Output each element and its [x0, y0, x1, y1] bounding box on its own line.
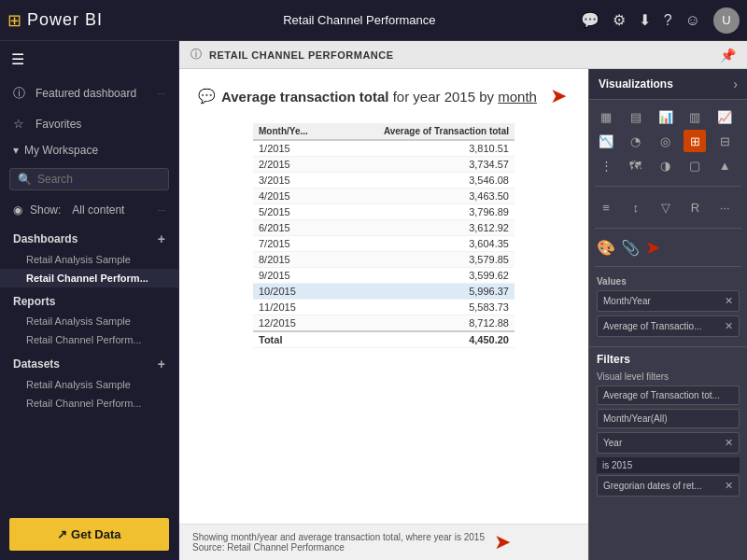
layout: ☰ ⓘ Featured dashboard ··· ☆ Favorites ▾…: [0, 41, 747, 560]
workspace-toggle[interactable]: ▾ My Workspace: [0, 138, 178, 162]
cell-value: 3,796.89: [333, 204, 514, 220]
remove-field1-button[interactable]: ✕: [725, 295, 733, 307]
stacked-bar-icon[interactable]: ▤: [625, 105, 647, 128]
filter-month-year[interactable]: Month/Year(All): [597, 409, 740, 428]
card-icon[interactable]: ▢: [684, 154, 706, 176]
filter-gregorian[interactable]: Gregorian dates of ret... ✕: [597, 475, 740, 497]
table-row: 8/20153,579.85: [253, 252, 514, 268]
chevron-down-icon: ▾: [13, 144, 19, 157]
pie-chart-icon[interactable]: ◔: [625, 130, 647, 152]
workspace-label: My Workspace: [24, 144, 98, 157]
cell-month: 2/2015: [253, 157, 333, 173]
scatter-icon[interactable]: ⋮: [595, 154, 617, 176]
report-title-chat-icon: 💬: [198, 88, 216, 105]
cell-total-label: Total: [253, 331, 333, 348]
viz-panel-header: Visualizations ›: [589, 69, 747, 100]
help-icon[interactable]: ?: [664, 12, 672, 29]
table-row: 1/20153,810.51: [253, 140, 514, 157]
get-data-button[interactable]: ↗ Get Data: [9, 518, 169, 551]
remove-gregorian-filter-button[interactable]: ✕: [725, 480, 733, 492]
reports-label: Reports: [13, 295, 55, 308]
filter-year-header[interactable]: Year ✕: [597, 432, 740, 454]
cell-value: 5,583.73: [333, 300, 514, 315]
column-chart-icon[interactable]: 📊: [655, 105, 677, 128]
show-value: All content: [72, 203, 124, 217]
remove-year-filter-button[interactable]: ✕: [725, 437, 733, 449]
show-icon: ◉: [13, 203, 22, 217]
settings-icon[interactable]: ⚙: [613, 11, 626, 29]
table-row: 12/20158,712.88: [253, 315, 514, 332]
more-icon[interactable]: ···: [713, 196, 736, 218]
funnel-icon[interactable]: ▽: [655, 196, 677, 218]
table-row: 3/20153,546.08: [253, 173, 514, 189]
line-chart-icon[interactable]: 📈: [713, 105, 736, 128]
values-section: Values Month/Year ✕ Average of Transacti…: [589, 271, 747, 346]
search-box[interactable]: 🔍: [9, 168, 169, 190]
values-label: Values: [597, 276, 740, 287]
cell-month: 9/2015: [253, 268, 333, 284]
topbar-report-title: Retail Channel Performance: [146, 13, 573, 27]
add-dataset-button[interactable]: +: [158, 357, 165, 371]
sidebar: ☰ ⓘ Featured dashboard ··· ☆ Favorites ▾…: [0, 41, 179, 560]
download-icon[interactable]: ⬇: [639, 11, 651, 29]
col-value: Average of Transaction total: [333, 123, 514, 140]
main-header-icon: ⓘ: [190, 47, 202, 63]
donut-icon[interactable]: ◎: [655, 130, 677, 152]
table-row: 5/20153,796.89: [253, 204, 514, 220]
gauge-icon[interactable]: ◑: [655, 154, 677, 176]
viz-divider: [595, 186, 741, 187]
area-chart-icon[interactable]: 📉: [595, 130, 617, 152]
sidebar-item-featured[interactable]: ⓘ Featured dashboard ···: [0, 77, 178, 109]
stacked-col-icon[interactable]: ▥: [684, 105, 706, 128]
add-dashboard-button[interactable]: +: [158, 231, 165, 246]
cell-month: 5/2015: [253, 204, 333, 220]
fields-tab[interactable]: Fields: [740, 291, 747, 337]
sidebar-item-retail-channel-dataset[interactable]: Retail Channel Perform...: [0, 394, 178, 413]
viz-second-row: ≡ ↕ ▽ R ···: [589, 190, 747, 224]
waterfall-icon[interactable]: ↕: [625, 196, 647, 218]
table-row: 2/20153,734.57: [253, 157, 514, 173]
filters-label: Filters: [597, 353, 740, 366]
sidebar-show-filter[interactable]: ◉ Show: All content ···: [0, 196, 178, 224]
smiley-icon[interactable]: ☺: [685, 12, 700, 29]
matrix-icon[interactable]: ⊟: [713, 130, 736, 152]
app-title: Power BI: [27, 10, 103, 30]
sidebar-item-favorites[interactable]: ☆ Favorites: [0, 109, 178, 138]
cell-month: 8/2015: [253, 252, 333, 268]
grid-icon[interactable]: ⊞: [7, 10, 21, 31]
field-month-year[interactable]: Month/Year ✕: [597, 290, 740, 312]
viz-extras: 🎨 📎 ➤: [589, 232, 747, 262]
map-icon[interactable]: 🗺: [625, 154, 647, 176]
viz-divider2: [595, 228, 741, 229]
sidebar-item-retail-channel-dash[interactable]: Retail Channel Perform...: [0, 269, 178, 287]
kpi-icon[interactable]: ▲: [713, 154, 736, 176]
sidebar-item-retail-analysis-dash[interactable]: Retail Analysis Sample: [0, 250, 178, 269]
slicer-icon[interactable]: ≡: [595, 196, 617, 218]
sidebar-item-retail-analysis-report[interactable]: Retail Analysis Sample: [0, 312, 178, 330]
r-icon[interactable]: R: [684, 196, 706, 218]
table-icon[interactable]: ⊞: [684, 130, 706, 152]
star-icon: ☆: [13, 117, 28, 131]
cell-value: 3,810.51: [333, 140, 514, 157]
sidebar-item-retail-channel-report[interactable]: Retail Channel Perform...: [0, 330, 178, 349]
format-icon[interactable]: 🎨: [597, 239, 615, 257]
search-input[interactable]: [37, 173, 161, 186]
comment-icon[interactable]: 💬: [581, 11, 599, 29]
cell-value: 3,463.50: [333, 189, 514, 204]
field-avg-transaction[interactable]: Average of Transactio... ✕: [597, 315, 740, 337]
hamburger-icon[interactable]: ☰: [0, 41, 178, 77]
pin-icon[interactable]: 📌: [720, 48, 736, 63]
footer-text: Showing month/year and average transacti…: [192, 532, 485, 553]
cell-month: 7/2015: [253, 236, 333, 252]
viz-collapse-button[interactable]: ›: [733, 77, 738, 91]
dashboards-section: Dashboards +: [0, 224, 178, 250]
avatar[interactable]: U: [713, 7, 740, 34]
filter-avg-transaction[interactable]: Average of Transaction tot...: [597, 385, 740, 405]
bar-chart-icon[interactable]: ▦: [595, 105, 617, 128]
remove-field2-button[interactable]: ✕: [725, 320, 733, 332]
visual-level-label: Visual level filters: [597, 371, 740, 382]
sidebar-item-retail-analysis-dataset[interactable]: Retail Analysis Sample: [0, 375, 178, 394]
featured-dots[interactable]: ···: [158, 89, 165, 99]
show-dots[interactable]: ···: [158, 205, 165, 216]
analytics-icon[interactable]: 📎: [621, 239, 640, 257]
